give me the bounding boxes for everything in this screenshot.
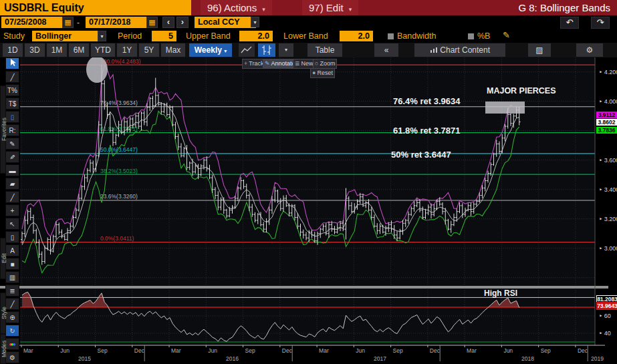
chart-content-button[interactable]: Chart Content [414, 43, 505, 57]
tab-range-max[interactable]: Max [161, 43, 185, 57]
tab-range-1d[interactable]: 1D [3, 43, 23, 57]
x-axis-month-label: Sep [98, 347, 108, 354]
price-axis-label: ‣ 3.6000 [599, 157, 617, 164]
x-axis-month-label: Dec [578, 347, 588, 354]
collapse-button[interactable]: « [374, 43, 398, 57]
end-date-field[interactable]: 07/17/2018 [86, 17, 151, 28]
x-axis-month-label: Dec [134, 347, 145, 354]
trendline-tool[interactable]: ╱ [5, 71, 19, 83]
calendar-icon[interactable]: ▦ [146, 17, 158, 28]
refresh-tool[interactable]: ↻ [5, 325, 19, 337]
x-axis-year-label: 2019 [591, 355, 604, 362]
lines-tool[interactable]: ≣ [5, 285, 19, 297]
regression-tool[interactable]: R: [5, 124, 19, 136]
study-select[interactable]: Bollinger [32, 31, 98, 41]
bandwidth-checkbox[interactable] [388, 33, 394, 39]
x-axis-month-label: Jun [208, 347, 217, 354]
x-axis-month-label: Jun [503, 347, 513, 354]
price-axis-label: ‣ 3.2000 [599, 216, 617, 222]
parallelogram-tool[interactable]: ▰ [5, 178, 19, 190]
pen-tool[interactable]: ✎ [5, 138, 19, 150]
upper-band-field[interactable]: 2.0 [239, 31, 273, 41]
hline-tool[interactable]: ▬ [5, 164, 19, 176]
annotation-panel-icon[interactable]: ▨ [528, 43, 551, 57]
text-dollar-tool[interactable]: T$ [5, 98, 19, 110]
toolbar-group-favorites[interactable]: Favorites [0, 85, 6, 174]
next-button[interactable]: › [176, 17, 189, 28]
x-axis-month-label: Mar [171, 347, 181, 354]
price-badge-2: 3.7836 [596, 127, 617, 134]
reset-button[interactable]: ●Reset [310, 68, 335, 78]
tab-range-3d[interactable]: 3D [25, 43, 45, 57]
price-badge-0: 3.9112 [596, 112, 617, 118]
edit-menu[interactable]: 97) Edit▾ [302, 0, 358, 15]
annotate-pencil-icon[interactable]: ✎ [503, 30, 510, 40]
x-axis-month-label: Mar [467, 347, 477, 354]
gear-icon[interactable]: ⚙ [576, 43, 603, 57]
fill-tool[interactable]: ■ [5, 258, 19, 270]
pin-tool[interactable]: ⊕ [5, 311, 19, 323]
tab-range-ytd[interactable]: YTD [91, 43, 115, 57]
date-bar: 07/25/2008 ▦ - 07/17/2018 ▦ ‹ › Local CC… [0, 15, 617, 29]
currency-caret[interactable]: ▾ [251, 17, 259, 27]
text-tool[interactable]: A [5, 244, 19, 256]
start-date-field[interactable]: 07/25/2008 [1, 17, 67, 28]
trash-tool[interactable]: ▯ [5, 231, 19, 243]
rsi-axis-label: ‣ 60 [599, 313, 611, 319]
toolbar-group-edit[interactable]: Edit [0, 238, 6, 279]
fib-line-label: 0.0%(3.0411) [100, 235, 134, 242]
tab-range-5y[interactable]: 5Y [139, 43, 159, 57]
lower-band-field[interactable]: 2.0 [340, 31, 373, 41]
x-axis-month-label: Mar [23, 347, 33, 354]
caret-down-icon: ▾ [262, 6, 265, 13]
toolbar-group-style[interactable]: Style [0, 293, 6, 334]
zone-tool[interactable]: ▯ [5, 111, 19, 123]
x-axis-year-label: 2018 [521, 355, 534, 362]
annotate-button[interactable]: ✎Annotate [263, 59, 297, 69]
fib-line-label: 38.2%(3.5023) [100, 168, 138, 174]
price-badge-1: 3.8602 [596, 119, 617, 126]
actions-menu[interactable]: 96) Actions▾ [201, 0, 272, 15]
move-tool[interactable]: + [5, 204, 19, 216]
rsi-badge-1: 73.9643 [596, 302, 617, 310]
percent-b-label: %B [477, 29, 490, 43]
major-pierces-annotation: MAJOR PIERCES [487, 86, 556, 96]
line-chart-icon[interactable] [239, 43, 255, 57]
chart-type-caret[interactable]: ▾ [279, 43, 293, 57]
zoom-button[interactable]: ○Zoom [313, 59, 337, 69]
colors-tool[interactable]: ●●● [5, 338, 19, 350]
study-caret[interactable]: ▾ [98, 31, 106, 41]
frequency-select[interactable]: Weekly ▾ [189, 43, 232, 57]
tab-range-6m[interactable]: 6M [69, 43, 89, 57]
pattern-tool[interactable]: ▥ [5, 271, 19, 283]
period-label: Period [118, 29, 142, 43]
study-label: Study [3, 29, 25, 43]
text-percent-tool[interactable]: T% [5, 84, 19, 96]
tab-table[interactable]: Table [307, 43, 342, 57]
rsi-axis-label: ‣ 40 [599, 330, 611, 337]
percent-b-checkbox[interactable] [468, 33, 474, 39]
select-plus-tool[interactable]: ↖ [5, 218, 19, 230]
eraser-tool[interactable]: ╱ [5, 298, 19, 310]
settings-tool[interactable]: ⚙ [5, 351, 19, 363]
x-axis-year-label: 2015 [78, 355, 91, 362]
line-tool[interactable]: ╱ [5, 191, 19, 203]
undo-button[interactable]: ↶ [560, 17, 579, 29]
tab-range-1m[interactable]: 1M [47, 43, 67, 57]
x-axis-month-label: Dec [282, 347, 293, 354]
toolbar-group-modes[interactable]: Modes [0, 334, 6, 364]
cursor-tool[interactable] [5, 57, 19, 69]
redo-button[interactable]: ↷ [591, 17, 610, 29]
candle-chart-icon[interactable] [258, 43, 275, 57]
calendar-icon[interactable]: ▦ [62, 17, 74, 28]
period-field[interactable]: 5 [152, 31, 176, 41]
high-rsi-annotation: High RSI [484, 289, 517, 298]
security-field[interactable]: USDBRL Equity [0, 0, 191, 15]
x-axis-month-label: Mar [319, 347, 329, 354]
title-bar: USDBRL Equity 96) Actions▾ 97) Edit▾ G 8… [0, 0, 617, 15]
fib-50-annotation: 50% ret 3.6447 [391, 150, 451, 160]
tab-range-1y[interactable]: 1Y [117, 43, 137, 57]
prev-button[interactable]: ‹ [162, 17, 174, 28]
currency-select[interactable]: Local CCY [195, 17, 256, 28]
brush-tool[interactable]: ✎ [5, 151, 19, 163]
